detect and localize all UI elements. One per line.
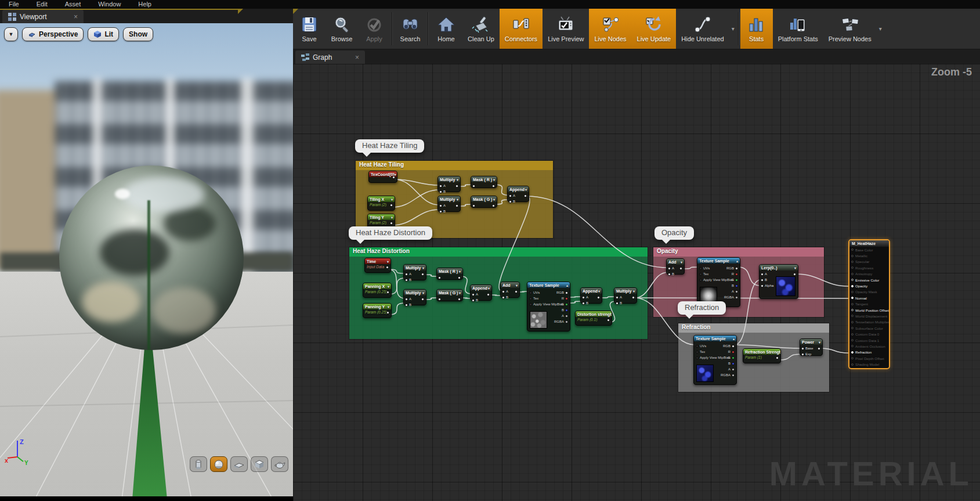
pin[interactable] [529,291,532,294]
pin[interactable] [699,267,702,270]
pin[interactable] [472,204,475,207]
node-collapse-caret-icon[interactable]: ▾ [388,305,389,309]
pin[interactable] [699,273,702,276]
pin[interactable] [390,204,393,207]
pin[interactable] [455,185,458,188]
node-refraction-strength[interactable]: Refraction Strength▾Param (1) [743,348,781,363]
material-pin-subsurface-color[interactable]: Subsurface Color [849,325,889,331]
preview-shape-teapot-button[interactable] [271,456,288,472]
node-collapse-caret-icon[interactable]: ▾ [391,197,393,201]
comment-title-refraction[interactable]: Refraction [678,323,829,333]
pin[interactable] [668,267,671,270]
menu-help[interactable]: Help [129,0,160,9]
pin[interactable] [696,345,699,348]
node-mask-r-2[interactable]: Mask ( R )▾ [436,268,463,280]
material-pin-roughness[interactable]: Roughness [849,265,889,271]
comment-title-heat-haze-distortion[interactable]: Heat Haze Distortion [349,247,648,257]
preview-shape-plane-button[interactable] [230,456,248,472]
pin[interactable] [582,296,585,299]
live-nodes-button[interactable]: Live Nodes [589,9,631,49]
pin[interactable] [616,296,619,299]
pin[interactable] [458,276,461,279]
node-texcoord[interactable]: TexCoord[0]▾ [368,171,397,183]
node-add-1[interactable]: Add▾AB [500,282,520,298]
node-collapse-caret-icon[interactable]: ▾ [459,291,461,295]
live-preview-button[interactable]: Live Preview [543,9,589,49]
node-collapse-caret-icon[interactable]: ▾ [493,178,495,182]
material-pin-refraction[interactable]: Refraction [849,349,889,355]
pin[interactable] [386,266,389,269]
pin[interactable] [732,356,735,359]
material-pin-circle[interactable] [851,345,854,347]
node-collapse-caret-icon[interactable]: ▾ [422,291,424,295]
node-tiling-x[interactable]: Tiling X▾Param (2) [367,196,395,211]
pin[interactable] [492,185,495,188]
pin[interactable] [421,273,424,276]
preview-shape-sphere-button[interactable] [210,456,227,472]
perspective-button[interactable]: Perspective [22,27,84,41]
close-icon[interactable]: × [74,13,78,20]
material-pin-pixel-depth-offset[interactable]: Pixel Depth Offset [849,355,889,361]
material-pin-opacity[interactable]: Opacity [849,283,889,289]
pin[interactable] [438,276,441,279]
live-update-button[interactable]: Live Update [632,9,677,49]
menu-window[interactable]: Window [89,0,129,9]
viewport-options-button[interactable]: ▼ [4,27,18,41]
save-button[interactable]: Save [293,9,326,49]
node-collapse-caret-icon[interactable]: ▴ [736,259,738,263]
material-pin-opacity-mask[interactable]: Opacity Mask [849,289,889,295]
pin[interactable] [732,345,735,348]
node-add-2[interactable]: Add▾AB [666,258,685,275]
material-pin-circle[interactable] [851,363,854,366]
preview-nodes-button[interactable]: Preview Nodes [823,9,877,49]
pin[interactable] [524,194,527,197]
pin[interactable] [699,279,702,282]
pin[interactable] [801,353,804,356]
node-texture-sample-1[interactable]: Texture Sample▴UVsTexApply View MipBiasR… [527,282,570,331]
pin[interactable] [565,303,568,306]
pin[interactable] [565,320,568,323]
3d-preview-viewport[interactable]: ▼ Perspective Lit Show [0,23,293,496]
lit-button[interactable]: Lit [88,27,119,41]
node-collapse-caret-icon[interactable]: ▾ [459,269,461,273]
node-mask-g-2[interactable]: Mask ( G )▾ [436,289,463,301]
material-pin-circle[interactable] [851,279,854,281]
pin[interactable] [776,356,779,359]
node-collapse-caret-icon[interactable]: ▾ [525,188,527,192]
pin[interactable] [607,319,610,322]
node-multiply-1[interactable]: Multiply▾AB [437,176,461,192]
material-pin-circle[interactable] [851,309,854,311]
pin[interactable] [735,273,738,276]
node-distortion-strength[interactable]: Distortion strength▾Param (0.1) [575,311,612,326]
material-pin-shading-model[interactable]: Shading Model [849,361,889,367]
pin[interactable] [668,273,671,276]
pin[interactable] [509,194,512,197]
node-collapse-caret-icon[interactable]: ▾ [493,197,495,201]
material-pin-circle[interactable] [851,303,854,305]
node-lerp[interactable]: Lerp(0..)▾ABAlpha [759,264,798,299]
pin[interactable] [735,267,738,270]
pin[interactable] [390,222,393,225]
pin[interactable] [472,185,475,188]
pin[interactable] [529,303,532,306]
pin[interactable] [565,291,568,294]
node-panning-y[interactable]: Panning Y▾Param (0.25) [363,303,392,318]
node-append-3[interactable]: Append▾AB [580,287,602,304]
pin[interactable] [509,200,512,203]
clean-up-button[interactable]: Clean Up [462,9,500,49]
pin[interactable] [793,273,796,276]
node-collapse-caret-icon[interactable]: ▾ [516,283,518,287]
node-collapse-caret-icon[interactable]: ▾ [488,286,490,290]
material-pin-circle[interactable] [851,248,854,251]
pin[interactable] [761,279,764,282]
node-collapse-caret-icon[interactable]: ▾ [387,259,389,264]
pin[interactable] [421,298,424,301]
pin[interactable] [761,273,764,276]
pin[interactable] [392,176,395,179]
node-append-1[interactable]: Append▾AB [507,186,529,202]
material-pin-circle[interactable] [851,321,854,323]
material-pin-circle[interactable] [851,291,854,293]
material-pin-circle[interactable] [851,333,854,336]
material-pin-normal[interactable]: Normal [849,295,889,301]
pin[interactable] [439,210,442,213]
